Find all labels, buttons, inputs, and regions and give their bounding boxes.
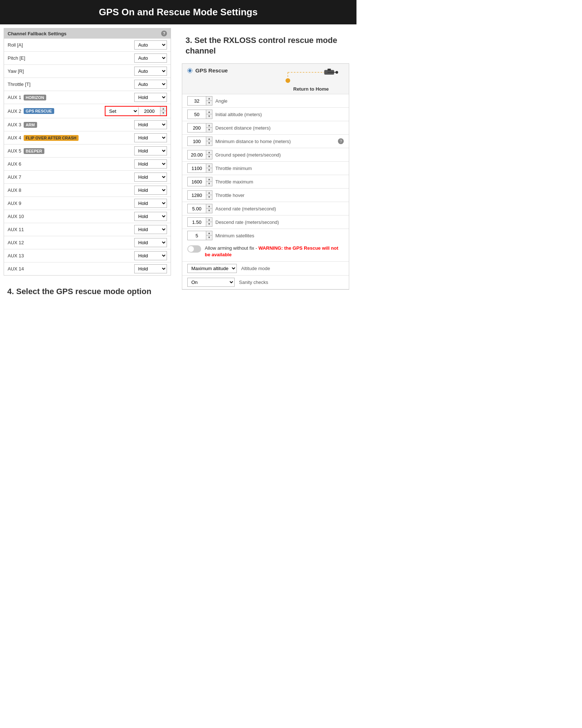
gps-rescue-radio[interactable] (187, 68, 192, 73)
badge-aux2: GPS RESCUE (24, 108, 54, 114)
gps-spin-up-initial_altitude[interactable]: ▲ (206, 110, 212, 114)
select-aux11[interactable]: AutoHoldSet (134, 225, 167, 234)
gps-rescue-header: GPS Rescue (182, 64, 349, 94)
channel-row-aux13: AUX 13AutoHoldSet (4, 249, 171, 262)
gps-spin-up-throttle_max[interactable]: ▲ (206, 177, 212, 182)
gps-input-angle[interactable] (188, 98, 206, 104)
gps-help-min_distance[interactable]: ? (338, 138, 344, 144)
panel-title: Channel Fallback Settings (8, 31, 67, 36)
channel-row-aux10: AUX 10AutoHoldSet (4, 210, 171, 223)
gps-spin-up-descend_rate[interactable]: ▲ (206, 218, 212, 222)
channel-row-aux12: AUX 12AutoHoldSet (4, 236, 171, 249)
select-aux6[interactable]: AutoHoldSet (134, 159, 167, 169)
svg-point-6 (335, 71, 338, 74)
channel-fallback-panel: Channel Fallback Settings ? Roll [A]Auto… (4, 28, 171, 276)
select-aux14[interactable]: AutoHoldSet (134, 264, 167, 273)
value-input-aux2[interactable] (138, 107, 160, 115)
gps-input-throttle_min[interactable] (188, 165, 206, 172)
select-pitch[interactable]: AutoHoldSet (134, 54, 167, 63)
altitude-mode-select[interactable]: Maximum altitude Fixed altitude (187, 264, 237, 273)
gps-spin-up-angle[interactable]: ▲ (206, 96, 212, 101)
select-aux3[interactable]: AutoHoldSet (134, 120, 167, 129)
sanity-checks-row: On Off FS Only Sanity checks (182, 276, 349, 289)
select-aux13[interactable]: AutoHoldSet (134, 251, 167, 260)
gps-label-throttle_max: Throttle maximum (215, 179, 344, 185)
gps-row-ascend_rate: ▲▼Ascend rate (meters/second) (182, 202, 349, 215)
gps-spin-down-descent_distance[interactable]: ▼ (206, 128, 212, 132)
altitude-mode-row: Maximum altitude Fixed altitude Altitude… (182, 262, 349, 276)
gps-spin-down-ascend_rate[interactable]: ▼ (206, 209, 212, 213)
gps-input-throttle_hover[interactable] (188, 192, 206, 199)
spinner-down-aux2[interactable]: ▼ (160, 111, 166, 115)
gps-label-throttle_min: Throttle minimum (215, 166, 344, 171)
gps-row-min_satellites: ▲▼Minimum satellites (182, 229, 349, 242)
gps-row-throttle_min: ▲▼Throttle minimum (182, 162, 349, 175)
select-aux12[interactable]: AutoHoldSet (134, 238, 167, 247)
gps-rescue-panel: GPS Rescue (182, 63, 349, 289)
select-aux7[interactable]: AutoHoldSet (134, 173, 167, 182)
allow-arming-toggle[interactable] (187, 245, 201, 253)
gps-label-ascend_rate: Ascend rate (meters/second) (215, 206, 344, 211)
allow-arming-label: Allow arming without fix - WARNING: the … (205, 245, 344, 258)
gps-row-descent_distance: ▲▼Descent distance (meters) (182, 121, 349, 135)
gps-label-descend_rate: Descend rate (meters/second) (215, 219, 344, 225)
channel-label-aux11: AUX 11 (8, 227, 134, 232)
gps-input-min_distance[interactable] (188, 138, 206, 145)
gps-spin-up-min_distance[interactable]: ▲ (206, 137, 212, 141)
gps-input-ascend_rate[interactable] (188, 205, 206, 212)
gps-spin-down-initial_altitude[interactable]: ▼ (206, 114, 212, 119)
gps-row-initial_altitude: ▲▼Initial altitude (meters) (182, 108, 349, 121)
gps-spin-down-ground_speed[interactable]: ▼ (206, 155, 212, 159)
gps-spin-up-ground_speed[interactable]: ▲ (206, 150, 212, 155)
channel-label-aux8: AUX 8 (8, 187, 134, 193)
gps-spin-down-min_distance[interactable]: ▼ (206, 141, 212, 146)
channel-row-roll: Roll [A]AutoHoldSet (4, 39, 171, 52)
channel-row-aux4: AUX 4FLIP OVER AFTER CRASHAutoHoldSet (4, 131, 171, 145)
gps-spin-up-descent_distance[interactable]: ▲ (206, 123, 212, 128)
select-aux1[interactable]: AutoHoldSet (134, 93, 167, 102)
select-aux9[interactable]: AutoHoldSet (134, 199, 167, 208)
gps-spin-down-angle[interactable]: ▼ (206, 101, 212, 105)
channel-label-aux4: AUX 4FLIP OVER AFTER CRASH (8, 135, 134, 141)
spinner-up-aux2[interactable]: ▲ (160, 107, 166, 111)
channel-label-yaw: Yaw [R] (8, 68, 134, 74)
badge-aux1: HORIZON (24, 95, 47, 100)
highlighted-select-wrap: AutoHoldSet▲▼ (105, 106, 167, 116)
select-roll[interactable]: AutoHoldSet (134, 40, 167, 50)
gps-input-descend_rate[interactable] (188, 219, 206, 226)
gps-input-min_satellites[interactable] (188, 232, 206, 239)
allow-arming-row: Allow arming without fix - WARNING: the … (182, 242, 349, 261)
gps-input-ground_speed[interactable] (188, 151, 206, 158)
channel-row-pitch: Pitch [E]AutoHoldSet (4, 52, 171, 65)
gps-spin-down-throttle_min[interactable]: ▼ (206, 168, 212, 173)
select-aux5[interactable]: AutoHoldSet (134, 146, 167, 155)
gps-spin-up-throttle_hover[interactable]: ▲ (206, 191, 212, 195)
gps-input-initial_altitude[interactable] (188, 111, 206, 118)
gps-input-throttle_max[interactable] (188, 178, 206, 185)
gps-label-initial_altitude: Initial altitude (meters) (215, 112, 344, 117)
panel-help-icon[interactable]: ? (161, 31, 167, 36)
channel-label-throttle: Throttle [T] (8, 82, 134, 87)
gps-spin-down-throttle_max[interactable]: ▼ (206, 182, 212, 186)
select-throttle[interactable]: AutoHoldSet (134, 80, 167, 89)
gps-input-descent_distance[interactable] (188, 124, 206, 131)
gps-label-descent_distance: Descent distance (meters) (215, 125, 344, 131)
select-aux10[interactable]: AutoHoldSet (134, 212, 167, 221)
badge-aux4: FLIP OVER AFTER CRASH (24, 135, 79, 141)
gps-spin-up-ascend_rate[interactable]: ▲ (206, 204, 212, 209)
gps-spin-down-min_satellites[interactable]: ▼ (206, 236, 212, 240)
svg-point-2 (286, 78, 290, 83)
select-aux4[interactable]: AutoHoldSet (134, 133, 167, 142)
select-aux2[interactable]: AutoHoldSet (105, 107, 138, 115)
select-yaw[interactable]: AutoHoldSet (134, 67, 167, 76)
gps-spin-up-throttle_min[interactable]: ▲ (206, 164, 212, 168)
channel-row-aux8: AUX 8AutoHoldSet (4, 184, 171, 197)
sanity-checks-select[interactable]: On Off FS Only (187, 278, 235, 287)
select-aux8[interactable]: AutoHoldSet (134, 186, 167, 195)
channel-row-aux2: AUX 2GPS RESCUEAutoHoldSet▲▼ (4, 104, 171, 118)
gps-spin-down-descend_rate[interactable]: ▼ (206, 222, 212, 226)
channel-row-throttle: Throttle [T]AutoHoldSet (4, 78, 171, 91)
gps-spin-down-throttle_hover[interactable]: ▼ (206, 195, 212, 199)
gps-label-min_distance: Minimum distance to home (meters) (215, 139, 335, 144)
gps-spin-up-min_satellites[interactable]: ▲ (206, 231, 212, 236)
